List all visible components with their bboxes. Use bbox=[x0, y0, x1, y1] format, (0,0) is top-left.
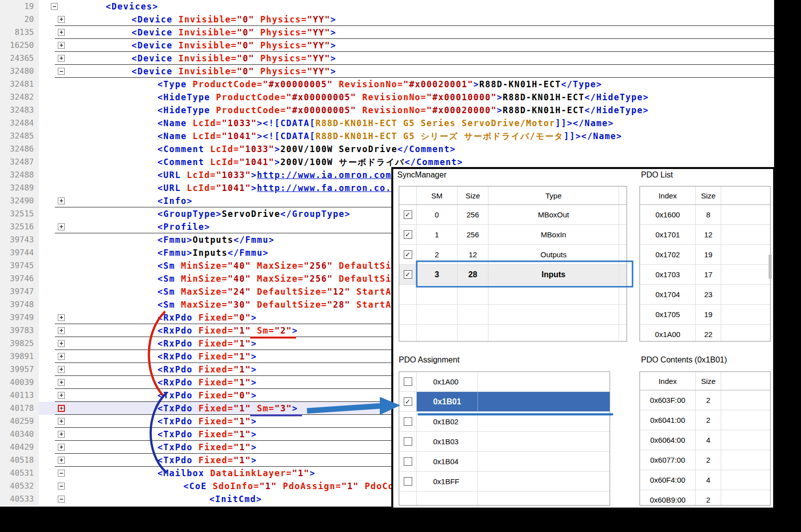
expand-toggle-icon[interactable]: + bbox=[58, 418, 65, 425]
expand-toggle-icon[interactable]: + bbox=[58, 55, 65, 62]
pdo-list-row[interactable]: 0x170519 bbox=[640, 305, 770, 325]
code-text[interactable]: <RxPdo Fixed="0"> bbox=[158, 311, 257, 324]
code-text[interactable]: <Device Invisible="0" Physics="YY"> bbox=[132, 65, 336, 78]
code-text[interactable]: <GroupType>ServoDrive</GroupType> bbox=[158, 207, 350, 220]
code-text[interactable]: <HideType ProductCode="#x00000005" Revis… bbox=[158, 104, 649, 117]
expand-toggle-icon[interactable]: + bbox=[58, 405, 65, 412]
code-line[interactable]: 20+<Device Invisible="0" Physics="YY"> bbox=[0, 13, 774, 26]
code-line[interactable]: 32483<HideType ProductCode="#x00000005" … bbox=[0, 104, 774, 117]
pdo-contents-row[interactable]: 0x6041:002 bbox=[640, 410, 770, 430]
code-line[interactable]: 32486<Comment LcId="1033">200V/100W Serv… bbox=[0, 143, 774, 156]
expand-toggle-icon[interactable]: + bbox=[58, 379, 65, 386]
pdo-contents-row[interactable]: 0x60B9:002 bbox=[640, 490, 770, 506]
code-text[interactable]: <Device Invisible="0" Physics="YY"> bbox=[132, 52, 336, 65]
pdo-assignment-row[interactable]: 0x1B04 bbox=[399, 452, 610, 472]
code-text[interactable]: <URL LcId="1033">http://www.ia.omron.com… bbox=[158, 169, 397, 181]
code-line[interactable]: 32484<Name LcId="1033"><![CDATA[R88D-KN0… bbox=[0, 117, 774, 130]
expand-toggle-icon[interactable]: + bbox=[58, 327, 65, 334]
code-text[interactable]: <Fmmu>Inputs</Fmmu> bbox=[158, 246, 269, 259]
code-text[interactable]: <CoE SdoInfo="1" PdoAssign="1" PdoConfig… bbox=[183, 480, 423, 493]
expand-toggle-icon[interactable]: + bbox=[58, 444, 65, 451]
pdo-list-row[interactable]: 0x170112 bbox=[640, 225, 770, 245]
code-line[interactable]: 19−<Devices> bbox=[0, 0, 774, 13]
unchecked-checkbox[interactable] bbox=[404, 437, 412, 446]
expand-toggle-icon[interactable]: + bbox=[58, 197, 65, 204]
pdo-assignment-row[interactable]: 0x1BFF bbox=[399, 472, 610, 492]
code-line[interactable]: 32481<Type ProductCode="#x00000005" Revi… bbox=[0, 78, 774, 91]
expand-toggle-icon[interactable]: + bbox=[58, 29, 65, 36]
pdo-assignment-row[interactable]: 0x1A00 bbox=[399, 372, 610, 392]
code-text[interactable]: <InitCmd> bbox=[209, 493, 262, 506]
code-text[interactable]: <Fmmu>Outputs</Fmmu> bbox=[158, 233, 275, 246]
pdo-contents-row[interactable]: 0x6064:004 bbox=[640, 430, 770, 450]
code-text[interactable]: <Name LcId="1041"><![CDATA[R88D-KN01H-EC… bbox=[158, 130, 622, 143]
pdo-contents-row[interactable]: 0x6077:002 bbox=[640, 450, 770, 470]
pdo-list-row[interactable]: 0x170219 bbox=[640, 245, 770, 265]
code-text[interactable]: <Sm MinSize="40" MaxSize="256" DefaultSi… bbox=[158, 272, 409, 285]
expand-toggle-icon[interactable]: + bbox=[58, 353, 65, 360]
checked-checkbox[interactable]: ✓ bbox=[404, 210, 412, 219]
code-line[interactable]: 8135+<Device Invisible="0" Physics="YY"> bbox=[0, 26, 774, 39]
code-text[interactable]: <Comment LcId="1033">200V/100W ServoDriv… bbox=[158, 143, 456, 156]
code-text[interactable]: <RxPdo Fixed="1"> bbox=[158, 337, 257, 350]
code-text[interactable]: <TxPdo Fixed="1"> bbox=[158, 415, 257, 428]
syncmanager-row[interactable]: ✓1256MBoxIn bbox=[399, 225, 627, 245]
code-text[interactable]: <TxPdo Fixed="1"> bbox=[158, 454, 257, 467]
code-text[interactable]: <Name LcId="1033"><![CDATA[R88D-KN01H-EC… bbox=[158, 117, 614, 130]
syncmanager-row[interactable]: ✓212Outputs bbox=[399, 245, 627, 265]
expand-toggle-icon[interactable]: + bbox=[58, 314, 65, 321]
pdo-assignment-row[interactable]: ✓0x1B01 bbox=[399, 392, 610, 412]
unchecked-checkbox[interactable] bbox=[404, 477, 412, 486]
expand-toggle-icon[interactable]: + bbox=[58, 366, 65, 373]
scrollbar-thumb[interactable] bbox=[769, 255, 772, 279]
code-text[interactable]: <Profile> bbox=[158, 220, 210, 233]
expand-toggle-icon[interactable]: + bbox=[58, 16, 65, 23]
checked-checkbox[interactable]: ✓ bbox=[404, 250, 412, 259]
pdo-list-row[interactable]: 0x16008 bbox=[640, 205, 770, 225]
code-text[interactable]: <TxPdo Fixed="1" Sm="3"> bbox=[158, 402, 298, 415]
code-text[interactable]: <Device Invisible="0" Physics="YY"> bbox=[132, 26, 336, 39]
unchecked-checkbox[interactable] bbox=[404, 377, 412, 386]
expand-toggle-icon[interactable]: + bbox=[58, 431, 65, 438]
code-text[interactable]: <RxPdo Fixed="1" Sm="2"> bbox=[158, 324, 298, 337]
checked-checkbox[interactable]: ✓ bbox=[404, 230, 412, 239]
pdo-assignment-row[interactable]: 0x1B02 bbox=[399, 412, 610, 432]
code-line[interactable]: 32482<HideType ProductCode="#x00000005" … bbox=[0, 91, 774, 104]
code-text[interactable]: <Devices> bbox=[106, 0, 159, 13]
unchecked-checkbox[interactable] bbox=[404, 457, 412, 466]
pdo-contents-row[interactable]: 0x60F4:004 bbox=[640, 470, 770, 490]
expand-toggle-icon[interactable]: + bbox=[58, 340, 65, 347]
collapse-toggle-icon[interactable]: − bbox=[58, 483, 65, 490]
code-text[interactable]: <RxPdo Fixed="1"> bbox=[158, 376, 257, 389]
expand-toggle-icon[interactable]: + bbox=[58, 457, 65, 464]
code-text[interactable]: <HideType ProductCode="#x00000005" Revis… bbox=[158, 91, 649, 104]
collapse-toggle-icon[interactable]: − bbox=[51, 3, 58, 10]
code-text[interactable]: <Device Invisible="0" Physics="YY"> bbox=[132, 39, 336, 52]
unchecked-checkbox[interactable] bbox=[404, 417, 412, 426]
code-text[interactable]: <Mailbox DataLinkLayer="1"> bbox=[158, 467, 316, 480]
code-line[interactable]: 32480−<Device Invisible="0" Physics="YY"… bbox=[0, 65, 774, 78]
syncmanager-row[interactable]: ✓328Inputs bbox=[399, 265, 627, 285]
code-text[interactable]: <TxPdo Fixed="0"> bbox=[158, 389, 257, 402]
code-text[interactable]: <Device Invisible="0" Physics="YY"> bbox=[132, 13, 336, 26]
code-text[interactable]: <TxPdo Fixed="1"> bbox=[158, 441, 257, 454]
collapse-toggle-icon[interactable]: − bbox=[58, 68, 65, 75]
code-text[interactable]: <URL LcId="1041">http://www.fa.omron.co.… bbox=[158, 181, 409, 194]
code-text[interactable]: <Info> bbox=[158, 194, 192, 207]
collapse-toggle-icon[interactable]: − bbox=[58, 496, 65, 503]
code-text[interactable]: <RxPdo Fixed="1"> bbox=[158, 363, 257, 376]
collapse-toggle-icon[interactable]: − bbox=[58, 470, 65, 477]
expand-toggle-icon[interactable]: + bbox=[58, 392, 65, 399]
code-text[interactable]: <Sm MinSize="40" MaxSize="256" DefaultSi… bbox=[158, 259, 409, 272]
pdo-contents-row[interactable]: 0x603F:002 bbox=[640, 390, 770, 410]
code-line[interactable]: 16250+<Device Invisible="0" Physics="YY"… bbox=[0, 39, 774, 52]
code-line[interactable]: 32485<Name LcId="1041"><![CDATA[R88D-KN0… bbox=[0, 130, 774, 143]
pdo-list-row[interactable]: 0x170423 bbox=[640, 285, 770, 305]
checked-checkbox[interactable]: ✓ bbox=[404, 270, 412, 279]
syncmanager-row[interactable]: ✓0256MBoxOut bbox=[399, 205, 627, 225]
checked-checkbox[interactable]: ✓ bbox=[404, 397, 412, 406]
expand-toggle-icon[interactable]: + bbox=[58, 223, 65, 230]
code-text[interactable]: <Type ProductCode="#x00000005" RevisionN… bbox=[158, 78, 602, 91]
code-line[interactable]: 24365+<Device Invisible="0" Physics="YY"… bbox=[0, 52, 774, 65]
expand-toggle-icon[interactable]: + bbox=[58, 42, 65, 49]
